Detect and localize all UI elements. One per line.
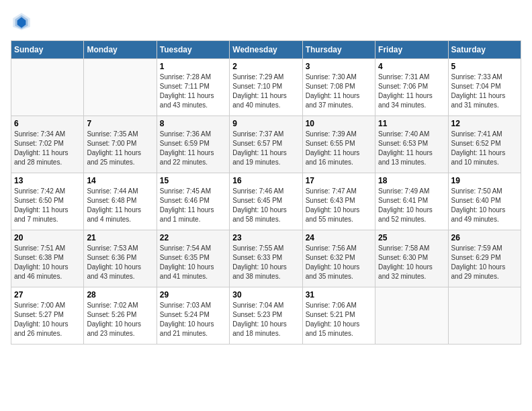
day-cell: 9Sunrise: 7:37 AM Sunset: 6:57 PM Daylig…: [230, 116, 302, 173]
day-cell: 25Sunrise: 7:58 AM Sunset: 6:30 PM Dayli…: [375, 230, 448, 287]
day-number: 3: [306, 62, 372, 71]
day-number: 10: [306, 119, 372, 128]
header-cell-thursday: Thursday: [302, 41, 375, 59]
day-number: 18: [378, 176, 445, 185]
day-info: Sunrise: 7:58 AM Sunset: 6:30 PM Dayligh…: [378, 244, 445, 281]
logo: [11, 11, 36, 32]
day-number: 5: [451, 62, 518, 71]
day-info: Sunrise: 7:30 AM Sunset: 7:08 PM Dayligh…: [306, 73, 372, 110]
logo-icon: [11, 11, 32, 32]
day-info: Sunrise: 7:55 AM Sunset: 6:33 PM Dayligh…: [232, 244, 299, 281]
day-info: Sunrise: 7:47 AM Sunset: 6:43 PM Dayligh…: [306, 187, 372, 224]
day-cell: 24Sunrise: 7:56 AM Sunset: 6:32 PM Dayli…: [302, 230, 375, 287]
day-cell: [84, 59, 157, 116]
day-cell: 18Sunrise: 7:49 AM Sunset: 6:41 PM Dayli…: [375, 173, 448, 230]
day-cell: 31Sunrise: 7:06 AM Sunset: 5:21 PM Dayli…: [302, 287, 375, 345]
day-info: Sunrise: 7:44 AM Sunset: 6:48 PM Dayligh…: [87, 187, 153, 224]
day-info: Sunrise: 7:00 AM Sunset: 5:27 PM Dayligh…: [14, 301, 81, 338]
day-info: Sunrise: 7:03 AM Sunset: 5:24 PM Dayligh…: [160, 301, 226, 338]
day-info: Sunrise: 7:39 AM Sunset: 6:55 PM Dayligh…: [306, 130, 372, 167]
day-cell: 29Sunrise: 7:03 AM Sunset: 5:24 PM Dayli…: [157, 287, 229, 345]
day-number: 29: [160, 290, 226, 300]
day-info: Sunrise: 7:41 AM Sunset: 6:52 PM Dayligh…: [451, 130, 518, 167]
day-cell: 28Sunrise: 7:02 AM Sunset: 5:26 PM Dayli…: [84, 287, 157, 345]
day-info: Sunrise: 7:40 AM Sunset: 6:53 PM Dayligh…: [378, 130, 445, 167]
day-number: 16: [232, 176, 299, 185]
week-row-1: 1Sunrise: 7:28 AM Sunset: 7:11 PM Daylig…: [11, 59, 521, 116]
day-number: 30: [232, 290, 299, 300]
week-row-2: 6Sunrise: 7:34 AM Sunset: 7:02 PM Daylig…: [11, 116, 521, 173]
day-number: 23: [232, 233, 299, 242]
day-info: Sunrise: 7:56 AM Sunset: 6:32 PM Dayligh…: [306, 244, 372, 281]
day-cell: [11, 59, 84, 116]
day-info: Sunrise: 7:50 AM Sunset: 6:40 PM Dayligh…: [451, 187, 518, 224]
day-cell: 11Sunrise: 7:40 AM Sunset: 6:53 PM Dayli…: [375, 116, 448, 173]
day-number: 6: [14, 119, 81, 128]
day-number: 20: [14, 233, 81, 242]
day-number: 28: [87, 290, 153, 300]
day-cell: 4Sunrise: 7:31 AM Sunset: 7:06 PM Daylig…: [375, 59, 448, 116]
day-info: Sunrise: 7:53 AM Sunset: 6:36 PM Dayligh…: [87, 244, 153, 281]
day-number: 15: [160, 176, 226, 185]
day-cell: 12Sunrise: 7:41 AM Sunset: 6:52 PM Dayli…: [448, 116, 521, 173]
day-number: 19: [451, 176, 518, 185]
day-cell: 22Sunrise: 7:54 AM Sunset: 6:35 PM Dayli…: [157, 230, 229, 287]
day-number: 4: [378, 62, 445, 71]
page-header: [11, 11, 521, 32]
day-cell: 16Sunrise: 7:46 AM Sunset: 6:45 PM Dayli…: [230, 173, 302, 230]
day-cell: 13Sunrise: 7:42 AM Sunset: 6:50 PM Dayli…: [11, 173, 84, 230]
day-info: Sunrise: 7:49 AM Sunset: 6:41 PM Dayligh…: [378, 187, 445, 224]
day-number: 21: [87, 233, 153, 242]
day-number: 22: [160, 233, 226, 242]
day-number: 17: [306, 176, 372, 185]
day-info: Sunrise: 7:34 AM Sunset: 7:02 PM Dayligh…: [14, 130, 81, 167]
day-info: Sunrise: 7:04 AM Sunset: 5:23 PM Dayligh…: [232, 301, 299, 338]
day-info: Sunrise: 7:28 AM Sunset: 7:11 PM Dayligh…: [160, 73, 226, 110]
day-number: 8: [160, 119, 226, 128]
header-cell-monday: Monday: [84, 41, 157, 59]
day-number: 13: [14, 176, 81, 185]
day-cell: 30Sunrise: 7:04 AM Sunset: 5:23 PM Dayli…: [230, 287, 302, 345]
day-info: Sunrise: 7:02 AM Sunset: 5:26 PM Dayligh…: [87, 301, 153, 338]
day-info: Sunrise: 7:46 AM Sunset: 6:45 PM Dayligh…: [232, 187, 299, 224]
day-cell: 6Sunrise: 7:34 AM Sunset: 7:02 PM Daylig…: [11, 116, 84, 173]
header-cell-sunday: Sunday: [11, 41, 84, 59]
day-number: 25: [378, 233, 445, 242]
day-cell: 20Sunrise: 7:51 AM Sunset: 6:38 PM Dayli…: [11, 230, 84, 287]
day-cell: 27Sunrise: 7:00 AM Sunset: 5:27 PM Dayli…: [11, 287, 84, 345]
day-number: 14: [87, 176, 153, 185]
day-number: 11: [378, 119, 445, 128]
day-info: Sunrise: 7:35 AM Sunset: 7:00 PM Dayligh…: [87, 130, 153, 167]
week-row-4: 20Sunrise: 7:51 AM Sunset: 6:38 PM Dayli…: [11, 230, 521, 287]
day-info: Sunrise: 7:59 AM Sunset: 6:29 PM Dayligh…: [451, 244, 518, 281]
day-cell: 1Sunrise: 7:28 AM Sunset: 7:11 PM Daylig…: [157, 59, 229, 116]
header-cell-tuesday: Tuesday: [157, 41, 229, 59]
day-info: Sunrise: 7:06 AM Sunset: 5:21 PM Dayligh…: [306, 301, 372, 338]
calendar-body: 1Sunrise: 7:28 AM Sunset: 7:11 PM Daylig…: [11, 59, 521, 345]
day-info: Sunrise: 7:37 AM Sunset: 6:57 PM Dayligh…: [232, 130, 299, 167]
day-number: 9: [232, 119, 299, 128]
header-row: SundayMondayTuesdayWednesdayThursdayFrid…: [11, 41, 521, 59]
day-number: 1: [160, 62, 226, 71]
day-cell: 19Sunrise: 7:50 AM Sunset: 6:40 PM Dayli…: [448, 173, 521, 230]
week-row-3: 13Sunrise: 7:42 AM Sunset: 6:50 PM Dayli…: [11, 173, 521, 230]
calendar-header: SundayMondayTuesdayWednesdayThursdayFrid…: [11, 41, 521, 59]
day-number: 31: [306, 290, 372, 300]
week-row-5: 27Sunrise: 7:00 AM Sunset: 5:27 PM Dayli…: [11, 287, 521, 345]
day-info: Sunrise: 7:33 AM Sunset: 7:04 PM Dayligh…: [451, 73, 518, 110]
day-info: Sunrise: 7:45 AM Sunset: 6:46 PM Dayligh…: [160, 187, 226, 224]
day-number: 2: [232, 62, 299, 71]
day-cell: 5Sunrise: 7:33 AM Sunset: 7:04 PM Daylig…: [448, 59, 521, 116]
day-number: 12: [451, 119, 518, 128]
day-cell: 2Sunrise: 7:29 AM Sunset: 7:10 PM Daylig…: [230, 59, 302, 116]
day-info: Sunrise: 7:51 AM Sunset: 6:38 PM Dayligh…: [14, 244, 81, 281]
day-cell: [448, 287, 521, 345]
day-cell: 17Sunrise: 7:47 AM Sunset: 6:43 PM Dayli…: [302, 173, 375, 230]
day-cell: 14Sunrise: 7:44 AM Sunset: 6:48 PM Dayli…: [84, 173, 157, 230]
day-number: 7: [87, 119, 153, 128]
calendar: SundayMondayTuesdayWednesdayThursdayFrid…: [11, 40, 521, 345]
day-info: Sunrise: 7:36 AM Sunset: 6:59 PM Dayligh…: [160, 130, 226, 167]
day-cell: [375, 287, 448, 345]
header-cell-saturday: Saturday: [448, 41, 521, 59]
day-cell: 7Sunrise: 7:35 AM Sunset: 7:00 PM Daylig…: [84, 116, 157, 173]
